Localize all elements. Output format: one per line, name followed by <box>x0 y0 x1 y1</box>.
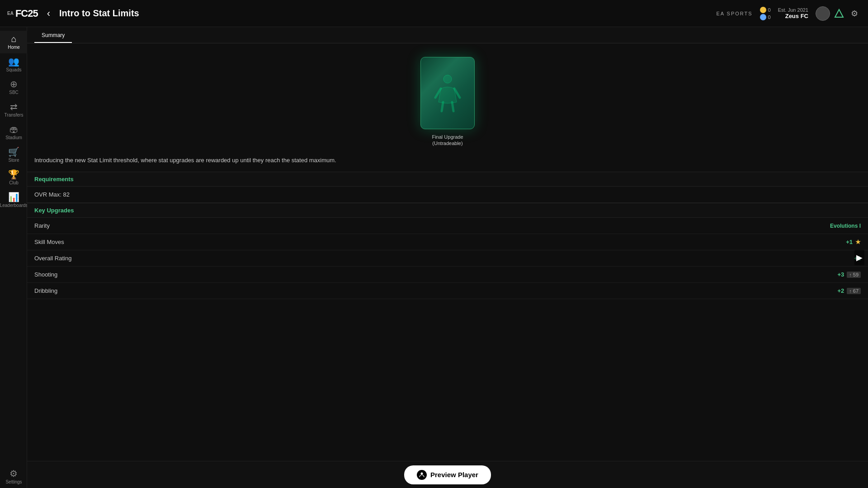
settings-icon: ⚙ <box>9 469 18 478</box>
gear-icon-top[interactable]: ⚙ <box>848 7 861 20</box>
requirements-header: Requirements <box>27 172 868 187</box>
home-icon: ⌂ <box>11 34 16 43</box>
player-card-area: Final Upgrade (Untradeable) <box>27 43 868 156</box>
fc25-logo-text: FC25 <box>15 8 38 19</box>
preview-player-button[interactable]: Preview Player <box>404 465 491 484</box>
sidebar-label-squads: Squads <box>6 67 22 72</box>
page-title: Intro to Stat Limits <box>59 8 139 19</box>
store-icon: 🛒 <box>8 147 19 156</box>
player-card <box>420 57 475 129</box>
username: Zeus FC <box>785 13 808 19</box>
svg-point-2 <box>421 472 423 474</box>
shooting-label: Shooting <box>34 271 57 278</box>
upgrade-row-overall-rating: Overall Rating +1 <box>27 250 868 267</box>
main-layout: ⌂ Home 👥 Squads ⊕ SBC ⇄ Transfers 🏟 Stad… <box>0 27 868 488</box>
preview-player-icon <box>417 470 427 480</box>
sidebar-label-leaderboards: Leaderboards <box>0 203 28 208</box>
avatar-real-madrid <box>816 6 830 21</box>
key-upgrades-header: Key Upgrades <box>27 203 868 218</box>
skill-moves-label: Skill Moves <box>34 239 64 245</box>
top-stats: 0 0 <box>760 7 771 20</box>
player-silhouette <box>432 73 463 113</box>
user-info: Est. Jun 2021 Zeus FC <box>778 7 808 19</box>
fc-value: 0 <box>768 14 771 20</box>
rarity-value: Evolutions I <box>830 223 861 229</box>
fc-row: 0 <box>760 14 771 20</box>
avatar-icons: ⚙ <box>816 6 861 21</box>
preview-player-label: Preview Player <box>430 471 478 479</box>
card-caption: Final Upgrade (Untradeable) <box>432 134 463 147</box>
upgrade-row-rarity: Rarity Evolutions I <box>27 218 868 234</box>
skill-moves-value: +1 ★ <box>846 239 861 245</box>
club-icon: 🏆 <box>8 170 19 179</box>
coin-icon <box>760 7 766 13</box>
transfers-icon: ⇄ <box>10 102 18 111</box>
tab-bar: Summary <box>27 27 868 43</box>
verified-icon <box>834 8 844 19</box>
content-area: Summary <box>27 27 868 488</box>
sidebar-bottom: ⚙ Settings <box>3 465 24 488</box>
stadium-icon: 🏟 <box>9 125 19 134</box>
sbc-icon: ⊕ <box>10 80 18 89</box>
svg-point-1 <box>443 75 452 83</box>
player-card-wrapper: Final Upgrade (Untradeable) <box>420 57 475 147</box>
ovr-max-row: OVR Max: 82 <box>27 187 868 203</box>
tab-summary[interactable]: Summary <box>34 29 72 43</box>
card-caption-line1: Final Upgrade <box>432 134 463 140</box>
sidebar-item-leaderboards[interactable]: 📊 Leaderboards <box>0 189 29 211</box>
sidebar-label-stadium: Stadium <box>5 135 22 140</box>
coins-row: 0 <box>760 7 771 13</box>
sidebar: ⌂ Home 👥 Squads ⊕ SBC ⇄ Transfers 🏟 Stad… <box>0 27 27 488</box>
right-arrow[interactable]: ▶ <box>854 250 864 265</box>
sidebar-item-settings[interactable]: ⚙ Settings <box>3 465 24 488</box>
top-bar-left: EA FC25 ‹ Intro to Stat Limits <box>7 6 139 21</box>
leaderboards-icon: 📊 <box>8 192 19 202</box>
top-bar: EA FC25 ‹ Intro to Stat Limits EA SPORTS… <box>0 0 868 27</box>
sidebar-item-club[interactable]: 🏆 Club <box>0 166 29 189</box>
sidebar-item-transfers[interactable]: ⇄ Transfers <box>0 99 29 121</box>
coins-value: 0 <box>768 7 771 13</box>
rarity-label: Rarity <box>34 222 50 229</box>
upgrade-row-shooting: Shooting +3 ↑ 59 <box>27 267 868 283</box>
ovr-max-label: OVR Max: 82 <box>34 191 70 198</box>
sidebar-label-store: Store <box>9 158 19 163</box>
sidebar-item-home[interactable]: ⌂ Home <box>0 31 29 53</box>
fc25-logo: EA FC25 <box>7 8 38 19</box>
ea-sports-label: EA SPORTS <box>716 11 752 16</box>
sidebar-label-club: Club <box>9 180 19 185</box>
sidebar-item-store[interactable]: 🛒 Store <box>0 144 29 166</box>
fc-icon <box>760 14 766 20</box>
squads-icon: 👥 <box>8 57 19 66</box>
sidebar-label-transfers: Transfers <box>5 113 24 117</box>
main-content: Final Upgrade (Untradeable) Introducing … <box>27 43 868 461</box>
card-caption-line2: (Untradeable) <box>432 140 463 146</box>
est-date: Est. Jun 2021 <box>778 7 808 13</box>
back-button[interactable]: ‹ <box>43 6 54 21</box>
sidebar-item-sbc[interactable]: ⊕ SBC <box>0 76 29 99</box>
sidebar-item-squads[interactable]: 👥 Squads <box>0 53 29 76</box>
shooting-value: +3 ↑ 59 <box>837 271 861 278</box>
top-bar-right: EA SPORTS 0 0 Est. Jun 2021 Zeus FC ⚙ <box>716 6 861 21</box>
upgrade-row-skill-moves: Skill Moves +1 ★ <box>27 234 868 250</box>
sidebar-label-home: Home <box>8 45 20 50</box>
bottom-bar: Preview Player <box>27 461 868 488</box>
ea-label: EA <box>7 11 14 16</box>
dribbling-value: +2 ↑ 67 <box>837 287 861 294</box>
sidebar-item-stadium[interactable]: 🏟 Stadium <box>0 121 29 144</box>
dribbling-label: Dribbling <box>34 287 57 294</box>
overall-rating-label: Overall Rating <box>34 255 71 262</box>
description-text: Introducing the new Stat Limit threshold… <box>27 156 868 172</box>
upgrade-row-dribbling: Dribbling +2 ↑ 67 <box>27 283 868 299</box>
svg-marker-0 <box>835 9 843 17</box>
settings-label: Settings <box>5 479 22 484</box>
sidebar-label-sbc: SBC <box>9 90 19 95</box>
